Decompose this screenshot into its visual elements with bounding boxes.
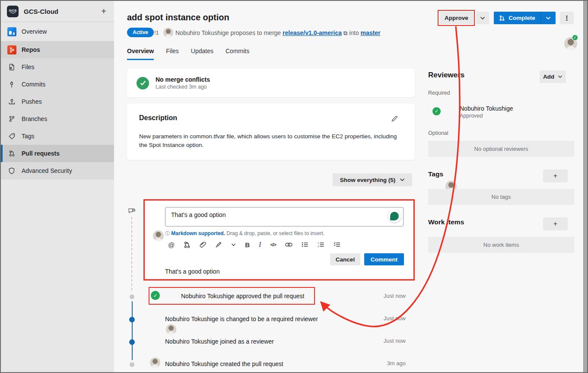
timeline-event-time: 3m ago — [362, 360, 406, 367]
timeline-event-text: Nobuhiro Tokushige is changed to be a re… — [165, 316, 318, 322]
target-branch-link[interactable]: master — [361, 29, 381, 36]
complete-dropdown-button[interactable] — [541, 12, 556, 24]
complete-button[interactable]: Complete — [494, 12, 541, 24]
add-reviewer-label: Add — [543, 73, 554, 80]
code-icon[interactable]: </> — [270, 242, 276, 247]
approve-button[interactable]: Approve — [440, 12, 473, 24]
project-logo: GCS — [7, 6, 19, 17]
tab-commits[interactable]: Commits — [226, 48, 249, 60]
show-everything-dropdown[interactable]: Show everything (5) — [333, 173, 412, 186]
sidebar-item-label: Advanced Security — [22, 167, 72, 174]
file-icon — [7, 64, 16, 70]
italic-icon[interactable]: I — [259, 241, 261, 249]
sidebar-item-repos[interactable]: Repos — [1, 41, 114, 58]
comment-preview-text: That's a good option — [165, 268, 219, 275]
reviewers-heading: Reviewers — [428, 71, 464, 80]
approved-check-icon: ✓ — [572, 35, 578, 41]
pr-tabs: Overview Files Updates Commits — [127, 48, 249, 60]
edit-description-icon[interactable] — [391, 115, 398, 124]
commit-icon — [7, 81, 16, 88]
sidebar-item-overview[interactable]: Overview — [1, 22, 114, 41]
work-items-heading: Work items — [428, 218, 464, 226]
push-icon — [7, 98, 16, 105]
page-scrollbar[interactable] — [583, 1, 587, 372]
cancel-button[interactable]: Cancel — [330, 253, 360, 265]
timeline-dot — [130, 294, 134, 299]
copy-branch-icon[interactable]: ⧉ — [343, 30, 347, 36]
tab-updates[interactable]: Updates — [191, 48, 213, 60]
svg-text:3: 3 — [318, 245, 319, 248]
sidebar-item-commits[interactable]: Commits — [1, 76, 114, 93]
reviewer-approved-icon: ✓ — [432, 107, 441, 115]
approve-dropdown-button[interactable] — [476, 12, 489, 24]
add-work-item-button[interactable]: + — [543, 217, 568, 230]
show-everything-label: Show everything (5) — [340, 177, 395, 183]
timeline-rail-dashed — [131, 217, 132, 290]
sidebar-item-label: Commits — [22, 81, 45, 88]
tab-overview[interactable]: Overview — [127, 48, 154, 60]
markdown-supported-link[interactable]: Markdown supported. — [171, 230, 225, 236]
description-body: New parameters in common.tfvar file, whi… — [139, 132, 403, 149]
highlight-pen-icon[interactable] — [215, 241, 222, 248]
attach-icon[interactable] — [200, 241, 206, 248]
add-project-button[interactable]: + — [99, 6, 108, 16]
pull-request-icon[interactable] — [184, 241, 191, 249]
mention-icon[interactable]: @ — [168, 241, 175, 249]
markdown-note: ⓘ Markdown supported. Drag & drop, paste… — [165, 230, 324, 237]
sidebar-item-pushes[interactable]: Pushes — [1, 93, 114, 110]
no-work-items: No work items — [428, 237, 574, 253]
pr-id: !1 — [154, 29, 159, 36]
merge-icon — [499, 15, 505, 21]
sidebar-item-branches[interactable]: Branches — [1, 110, 114, 128]
add-reviewer-button[interactable]: Add — [540, 70, 566, 83]
comment-button[interactable]: Comment — [364, 253, 404, 265]
comment-input[interactable]: That's a good option — [165, 207, 404, 226]
sidebar-item-label: Overview — [22, 28, 47, 35]
markdown-note-rest: Drag & drop, paste, or select files to i… — [226, 230, 324, 236]
timeline-avatar — [166, 324, 176, 335]
into-text: into — [349, 29, 359, 36]
sidebar: GCS GCS-Cloud + Overview Repos Files Com… — [1, 1, 114, 372]
author-avatar — [163, 28, 173, 38]
branch-icon — [7, 115, 16, 122]
sidebar-item-label: Branches — [22, 115, 47, 122]
sidebar-item-pull-requests[interactable]: Pull requests — [1, 145, 114, 162]
link-icon[interactable] — [285, 242, 292, 247]
reviewer-status: Approved — [460, 113, 483, 119]
merge-status-card: No merge conflicts Last checked 3m ago — [127, 69, 415, 97]
sidebar-item-advanced-security[interactable]: Advanced Security — [1, 162, 114, 179]
add-tag-button[interactable]: + — [543, 169, 568, 182]
no-optional-reviewers: No optional reviewers — [428, 141, 574, 157]
success-check-icon — [137, 77, 149, 89]
timeline-event-time: Just now — [362, 293, 406, 299]
overview-icon — [7, 27, 16, 36]
sidebar-item-tags[interactable]: Tags — [1, 128, 114, 145]
sidebar-item-files[interactable]: Files — [1, 58, 114, 76]
bold-icon[interactable]: B — [245, 241, 250, 249]
timeline-event-text: Nobuhiro Tokushige joined as a reviewer — [165, 338, 274, 345]
timeline-rail-solid — [132, 301, 133, 360]
more-options-button[interactable]: ⋮ — [560, 12, 574, 24]
project-title: GCS-Cloud — [24, 8, 99, 15]
required-label: Required — [428, 90, 450, 96]
svg-text:1: 1 — [318, 242, 319, 244]
tab-files[interactable]: Files — [166, 48, 179, 60]
task-list-icon[interactable] — [334, 242, 340, 248]
timeline-event-text: Nobuhiro Tokushige approved the pull req… — [181, 293, 304, 300]
pull-request-icon — [7, 150, 16, 157]
chevron-down-icon[interactable] — [231, 243, 236, 246]
reviewer-name[interactable]: Nobuhiro Tokushige — [460, 105, 513, 112]
project-header: GCS GCS-Cloud + — [1, 1, 114, 22]
repos-icon — [7, 45, 16, 54]
source-branch-link[interactable]: release/v1.0-america — [283, 29, 342, 36]
bullet-list-icon[interactable] — [302, 242, 308, 248]
grammar-assistant-icon[interactable] — [388, 210, 401, 223]
complete-label: Complete — [509, 15, 535, 21]
sidebar-item-label: Files — [22, 64, 35, 70]
timeline-dot — [130, 362, 134, 367]
numbered-list-icon[interactable]: 13 — [318, 242, 324, 248]
timeline-event-time: Just now — [362, 338, 406, 344]
info-icon: ⓘ — [165, 231, 170, 236]
merge-status-subtitle: Last checked 3m ago — [156, 84, 210, 90]
description-card: Description New parameters in common.tfv… — [127, 104, 415, 160]
